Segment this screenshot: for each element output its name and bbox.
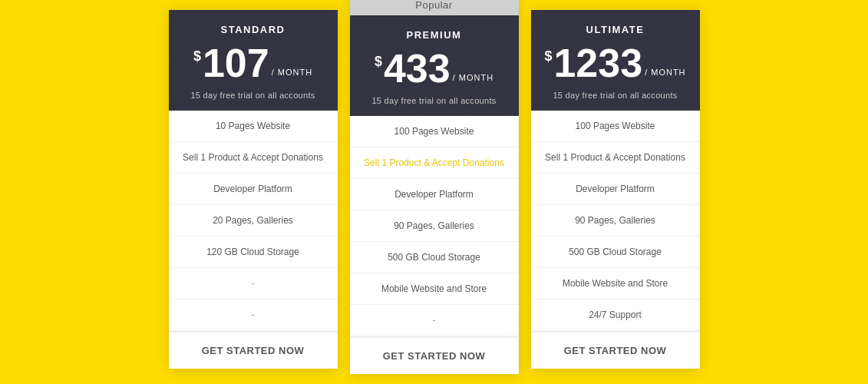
plan-price-standard: $ 107 / MONTH — [177, 43, 330, 83]
plan-price-premium: $ 433 / MONTH — [358, 48, 511, 88]
popular-label: Popular — [350, 0, 519, 15]
plan-name-ultimate: ULTIMATE — [539, 24, 692, 35]
price-number-ultimate: 1233 — [553, 43, 642, 83]
price-number-standard: 107 — [203, 43, 269, 83]
price-period-premium: / MONTH — [453, 74, 493, 82]
plan-card-standard: STANDARD $ 107 / MONTH 15 day free trial… — [169, 10, 338, 369]
price-period-ultimate: / MONTH — [645, 68, 685, 77]
feature-item-standard-5: - — [169, 268, 338, 300]
get-started-button-premium[interactable]: Get Started Now — [350, 338, 519, 374]
feature-item-premium-4: 500 GB Cloud Storage — [350, 242, 519, 273]
feature-item-standard-2: Developer Platform — [169, 174, 338, 205]
price-dollar-standard: $ — [193, 49, 201, 63]
pricing-container: STANDARD $ 107 / MONTH 15 day free trial… — [140, 2, 729, 382]
feature-item-standard-6: - — [169, 300, 338, 331]
price-dollar-premium: $ — [375, 55, 382, 68]
plan-card-premium: Popular PREMIUM $ 433 / MONTH 15 day fre… — [350, 0, 519, 374]
plan-footer-premium: Get Started Now — [350, 336, 519, 374]
feature-item-premium-3: 90 Pages, Galleries — [350, 210, 519, 242]
plan-header-premium: PREMIUM $ 433 / MONTH 15 day free trial … — [350, 15, 519, 116]
get-started-button-standard[interactable]: Get Started Now — [169, 333, 338, 369]
feature-item-premium-0: 100 Pages Website — [350, 116, 519, 147]
plan-features-standard: 10 Pages WebsiteSell 1 Product & Accept … — [169, 111, 338, 331]
price-dollar-ultimate: $ — [544, 49, 552, 63]
price-number-premium: 433 — [384, 48, 451, 88]
feature-item-ultimate-3: 90 Pages, Galleries — [531, 205, 700, 237]
plan-features-premium: 100 Pages WebsiteSell 1 Product & Accept… — [350, 116, 519, 336]
plan-features-ultimate: 100 Pages WebsiteSell 1 Product & Accept… — [531, 111, 700, 331]
plan-name-standard: STANDARD — [177, 24, 330, 35]
plan-card-ultimate: ULTIMATE $ 1233 / MONTH 15 day free tria… — [531, 10, 700, 369]
feature-item-ultimate-5: Mobile Website and Store — [531, 268, 700, 300]
plan-price-ultimate: $ 1233 / MONTH — [539, 43, 692, 83]
plan-header-ultimate: ULTIMATE $ 1233 / MONTH 15 day free tria… — [531, 10, 700, 111]
plan-trial-standard: 15 day free trial on all accounts — [177, 91, 330, 100]
plan-header-standard: STANDARD $ 107 / MONTH 15 day free trial… — [169, 10, 338, 111]
feature-item-standard-3: 20 Pages, Galleries — [169, 205, 338, 237]
feature-item-premium-5: Mobile Website and Store — [350, 273, 519, 305]
feature-item-ultimate-2: Developer Platform — [531, 174, 700, 205]
feature-item-ultimate-4: 500 GB Cloud Storage — [531, 237, 700, 268]
feature-item-standard-1: Sell 1 Product & Accept Donations — [169, 142, 338, 174]
feature-item-standard-4: 120 GB Cloud Storage — [169, 237, 338, 268]
plan-footer-standard: Get Started Now — [169, 331, 338, 369]
feature-item-ultimate-0: 100 Pages Website — [531, 111, 700, 142]
plan-footer-ultimate: Get Started Now — [531, 331, 700, 369]
feature-item-ultimate-6: 24/7 Support — [531, 300, 700, 331]
get-started-button-ultimate[interactable]: Get Started Now — [531, 333, 700, 369]
feature-item-premium-2: Developer Platform — [350, 179, 519, 210]
plan-trial-ultimate: 15 day free trial on all accounts — [539, 91, 692, 100]
price-period-standard: / MONTH — [272, 68, 312, 77]
feature-item-ultimate-1: Sell 1 Product & Accept Donations — [531, 142, 700, 174]
feature-item-premium-1: Sell 1 Product & Accept Donations — [350, 147, 519, 179]
feature-item-premium-6: - — [350, 305, 519, 336]
plan-trial-premium: 15 day free trial on all accounts — [358, 96, 511, 105]
plan-name-premium: PREMIUM — [358, 29, 511, 41]
feature-item-standard-0: 10 Pages Website — [169, 111, 338, 142]
